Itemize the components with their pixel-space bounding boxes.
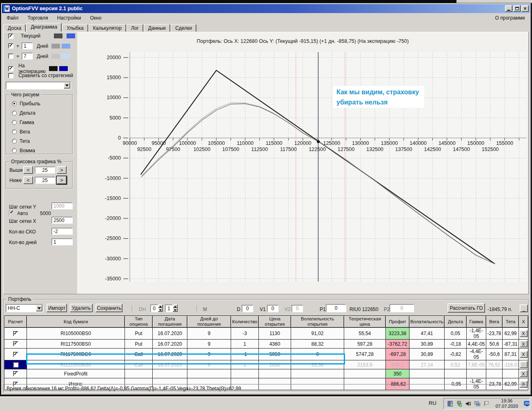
- layer-current-checkbox[interactable]: [8, 33, 13, 39]
- radio-profit-row[interactable]: Прибыль: [12, 101, 72, 107]
- strategy-combobox-dropdown-button[interactable]: [64, 82, 70, 89]
- table-row[interactable]: RI122500BG0Call16.07.202091263033,362153…: [4, 360, 528, 369]
- volume-icon[interactable]: [465, 400, 471, 407]
- row-checkbox[interactable]: [13, 331, 18, 336]
- column-header[interactable]: Количество: [231, 316, 259, 328]
- show-desktop-icon[interactable]: [524, 401, 530, 407]
- spinner-up-button[interactable]: [158, 304, 163, 308]
- radio-vega-row[interactable]: Вега: [12, 129, 72, 135]
- menu-about[interactable]: О программе: [495, 15, 530, 21]
- dh-spinner-2-value[interactable]: 1: [165, 304, 173, 312]
- tab-board[interactable]: Доска: [3, 24, 26, 32]
- column-header[interactable]: Цена открытия: [259, 316, 291, 328]
- radio-theta-row[interactable]: Тета: [12, 138, 72, 144]
- radio-gamma[interactable]: [12, 120, 17, 125]
- radio-delta-row[interactable]: Дельта: [12, 110, 72, 116]
- column-header[interactable]: Волатильность: [410, 316, 445, 328]
- grid-y-input[interactable]: 1000: [51, 202, 73, 209]
- menu-trading[interactable]: Торговля: [23, 14, 53, 22]
- minimize-button[interactable]: [505, 5, 512, 12]
- column-header[interactable]: Код бумаги: [27, 316, 125, 328]
- layer-plus7-checkbox[interactable]: [8, 53, 13, 59]
- column-header[interactable]: Гамма: [467, 316, 486, 328]
- above-percent-input[interactable]: 25: [35, 167, 55, 173]
- column-header[interactable]: Расчет: [4, 316, 27, 328]
- column-header[interactable]: Дней до погашения: [187, 316, 231, 328]
- column-header[interactable]: Дельта: [445, 316, 467, 328]
- delete-button[interactable]: Удалить: [70, 304, 93, 312]
- dh-spinner-1-value[interactable]: 0: [150, 304, 158, 312]
- plus7-days-input[interactable]: 7: [22, 53, 33, 60]
- usb-safe-remove-icon[interactable]: [456, 400, 462, 407]
- maximize-button[interactable]: [513, 5, 521, 12]
- dh-spinner-2[interactable]: 1: [165, 304, 178, 312]
- column-header[interactable]: Профит: [386, 316, 410, 328]
- row-calc-cell[interactable]: [4, 360, 27, 369]
- layer-expiration-checkbox[interactable]: [8, 66, 13, 71]
- row-delete-button[interactable]: X: [520, 361, 528, 368]
- language-indicator[interactable]: RU: [429, 400, 436, 406]
- row-checkbox[interactable]: [13, 371, 18, 376]
- table-row[interactable]: RI117500BG0Call16.07.20209-1505005747,28…: [4, 349, 528, 360]
- dh-checkbox[interactable]: [132, 306, 133, 312]
- radio-vomma[interactable]: [12, 148, 17, 153]
- row-checkbox[interactable]: [13, 341, 18, 347]
- menu-settings[interactable]: Настройки: [53, 14, 86, 22]
- network-icon[interactable]: [474, 400, 480, 407]
- dh-spinner-1[interactable]: 0: [150, 304, 163, 312]
- table-row[interactable]: RI105000BS0Put16.07.20209-3113091,0255,5…: [4, 328, 528, 340]
- toolbar-minimize-button[interactable]: _: [520, 304, 528, 312]
- v2-input[interactable]: 0: [292, 305, 303, 312]
- menu-file[interactable]: Файл: [2, 14, 23, 22]
- row-checkbox[interactable]: [13, 362, 18, 367]
- sko-input[interactable]: -2: [51, 228, 73, 235]
- v1-input[interactable]: 0: [267, 305, 278, 312]
- column-header[interactable]: Дата погашения: [153, 316, 187, 328]
- m-checkbox[interactable]: [197, 306, 198, 312]
- auto-checkbox[interactable]: [9, 210, 10, 216]
- column-header[interactable]: Вега: [486, 316, 503, 328]
- tab-data[interactable]: Данные: [144, 24, 170, 32]
- above-increase-button[interactable]: >: [57, 166, 67, 174]
- windows-update-icon[interactable]: [447, 400, 453, 407]
- p2-input[interactable]: 0: [390, 304, 414, 312]
- above-decrease-button[interactable]: <: [23, 166, 33, 174]
- row-delete-button[interactable]: X: [520, 370, 528, 377]
- preset-combobox[interactable]: НН-С: [6, 304, 43, 312]
- radio-theta[interactable]: [12, 139, 17, 144]
- row-delete-button[interactable]: X: [520, 351, 528, 358]
- tab-calculator[interactable]: Калькулятор: [89, 24, 126, 32]
- row-calc-cell[interactable]: [4, 349, 27, 360]
- below-decrease-button[interactable]: <: [23, 176, 33, 184]
- layer-plus1-checkbox[interactable]: [8, 43, 13, 49]
- tab-log[interactable]: Лог: [127, 24, 143, 32]
- calc-go-button[interactable]: Рассчитать ГО: [447, 303, 485, 313]
- spinner-up-button[interactable]: [173, 304, 178, 308]
- p1-input[interactable]: 0: [326, 304, 346, 312]
- radio-profit[interactable]: [12, 101, 17, 106]
- save-button[interactable]: Сохранить: [96, 304, 122, 312]
- column-header[interactable]: Тета: [503, 316, 519, 328]
- tab-deals[interactable]: Сделки: [171, 24, 196, 32]
- column-header[interactable]: Тип опциона: [125, 316, 153, 328]
- spinner-down-button[interactable]: [158, 308, 163, 312]
- radio-vega[interactable]: [12, 129, 17, 134]
- radio-gamma-row[interactable]: Гамма: [12, 120, 72, 125]
- column-header[interactable]: X: [519, 316, 528, 328]
- tab-smile[interactable]: Улыбка: [62, 24, 88, 32]
- preset-dropdown-button[interactable]: [36, 305, 42, 311]
- below-percent-input[interactable]: 25: [35, 177, 55, 184]
- strategy-combobox[interactable]: [6, 82, 71, 89]
- column-header[interactable]: Теоретическая цена: [344, 316, 386, 328]
- days-count-input[interactable]: 1: [51, 238, 73, 245]
- table-row[interactable]: FixedProfit350X: [4, 369, 528, 378]
- row-delete-button[interactable]: X: [520, 330, 528, 337]
- spinner-down-button[interactable]: [173, 308, 178, 312]
- row-calc-cell[interactable]: [4, 340, 27, 349]
- column-header[interactable]: Волатильность открытия: [291, 316, 344, 328]
- radio-delta[interactable]: [12, 111, 17, 116]
- row-calc-cell[interactable]: [4, 369, 27, 378]
- compare-checkbox[interactable]: [8, 73, 13, 78]
- table-row[interactable]: RI117500BS0Put16.07.202091436088,32597,2…: [4, 340, 528, 349]
- row-checkbox[interactable]: [13, 352, 18, 357]
